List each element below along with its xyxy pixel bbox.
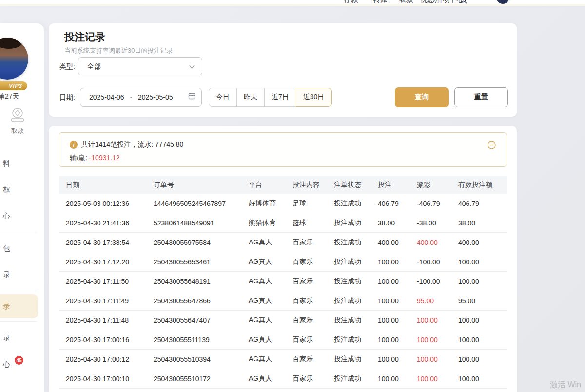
- date-end-value: 2025-05-05: [138, 93, 173, 101]
- table-row: 2025-04-30 17:00:12250430055510394AG真人百家…: [58, 350, 507, 369]
- info-icon: i: [70, 141, 78, 149]
- cell-content: 百家乐: [285, 374, 327, 383]
- table-row: 2025-04-30 17:00:16250430055511139AG真人百家…: [58, 330, 507, 350]
- calendar-icon: [188, 93, 195, 102]
- cell-platform: AG真人: [241, 316, 285, 325]
- cell-status: 投注成功: [327, 238, 370, 247]
- collapse-icon[interactable]: [488, 141, 496, 151]
- cell-valid_bet: 406.79: [451, 200, 507, 207]
- vip-level-badge: VIP3: [0, 81, 27, 90]
- type-select[interactable]: 全部: [78, 57, 202, 75]
- records-card: i 共计1414笔投注，流水: 77745.80 输/赢: -10931.12 …: [49, 126, 517, 392]
- cell-status: 投注成功: [327, 258, 370, 266]
- membership-day-text: 第27天: [0, 93, 20, 101]
- cell-bet: 100.00: [370, 297, 410, 305]
- cell-status: 投注成功: [327, 336, 370, 344]
- cell-order_no: 250430055975584: [146, 239, 241, 246]
- search-icon[interactable]: [460, 0, 467, 6]
- top-navigation-bar: 存款转账取款优惠活动中心: [0, 0, 585, 6]
- quick-range-button[interactable]: 近30日: [296, 88, 332, 107]
- cell-order_no: 250430055653461: [146, 258, 241, 266]
- cell-order_no: 250430055510394: [146, 355, 241, 363]
- query-button[interactable]: 查询: [395, 87, 448, 107]
- sidebar-item[interactable]: 录: [0, 325, 44, 351]
- cell-content: 百家乐: [285, 297, 327, 305]
- cell-bet: 38.00: [370, 219, 410, 227]
- cell-content: 篮球: [285, 219, 327, 227]
- cell-status: 投注成功: [327, 277, 370, 286]
- sidebar-withdraw[interactable]: 取款: [0, 106, 35, 135]
- sidebar-item[interactable]: 录: [0, 294, 38, 318]
- column-header: 投注内容: [285, 181, 327, 189]
- win-loss-value: -10931.12: [89, 154, 120, 162]
- table-row: 2025-04-30 21:41:365238061488549091熊猫体育篮…: [58, 213, 507, 233]
- cell-order_no: 1446496505245467897: [146, 200, 241, 207]
- cell-content: 百家乐: [285, 238, 327, 247]
- cell-content: 百家乐: [285, 355, 327, 364]
- cell-valid_bet: 100.00: [451, 258, 507, 266]
- cell-payout: 100.00: [410, 375, 451, 383]
- cell-date: 2025-04-30 17:00:12: [58, 355, 146, 363]
- sidebar-menu: 料权心包录录录心45: [0, 150, 44, 377]
- cell-platform: AG真人: [241, 297, 285, 305]
- cell-valid_bet: 100.00: [451, 278, 507, 285]
- cell-valid_bet: 100.00: [451, 336, 507, 344]
- cell-status: 投注成功: [327, 199, 370, 208]
- sidebar-item[interactable]: 料: [0, 150, 44, 176]
- quick-range-button[interactable]: 近7日: [264, 88, 296, 107]
- column-header: 派彩: [410, 181, 451, 189]
- column-header: 平台: [241, 181, 285, 189]
- table-row: 2025-04-30 17:11:48250430055647407AG真人百家…: [58, 311, 507, 330]
- cell-date: 2025-05-03 00:12:36: [58, 200, 146, 207]
- sidebar-item[interactable]: 录: [0, 261, 44, 288]
- cell-order_no: 250430055647407: [146, 317, 241, 324]
- sidebar-item-label: 录: [0, 270, 10, 280]
- topbar-user-avatar[interactable]: [496, 0, 509, 4]
- cell-date: 2025-04-30 17:12:20: [58, 258, 146, 266]
- cell-bet: 406.79: [370, 200, 410, 207]
- topnav-item[interactable]: 优惠活动中心: [420, 0, 464, 4]
- cell-order_no: 250430055647866: [146, 297, 241, 305]
- cell-valid_bet: 95.00: [451, 297, 507, 305]
- table-row: 2025-04-30 17:38:54250430055975584AG真人百家…: [58, 233, 507, 252]
- cell-platform: AG真人: [241, 355, 285, 364]
- sidebar-item[interactable]: 权: [0, 176, 44, 203]
- topnav-item[interactable]: 存款: [344, 0, 358, 4]
- sidebar-divider: [0, 291, 37, 291]
- column-header: 投注: [370, 181, 410, 189]
- cell-order_no: 250430055510172: [146, 375, 241, 383]
- withdraw-gem-icon: [9, 117, 26, 125]
- cell-platform: AG真人: [241, 258, 285, 266]
- sidebar-item[interactable]: 心: [0, 203, 44, 229]
- cell-date: 2025-04-30 17:38:54: [58, 239, 146, 246]
- cell-content: 百家乐: [285, 316, 327, 325]
- quick-range-group: 今日昨天近7日近30日: [209, 88, 332, 107]
- bet-records-table: 日期订单号平台投注内容注单状态投注派彩有效投注额 2025-05-03 00:1…: [58, 176, 507, 389]
- type-filter-label: 类型:: [59, 62, 75, 71]
- cell-content: 百家乐: [285, 258, 327, 266]
- cell-bet: 400.00: [370, 239, 410, 246]
- column-header: 订单号: [146, 181, 241, 189]
- topnav-item[interactable]: 取款: [399, 0, 413, 4]
- user-avatar[interactable]: [0, 38, 28, 80]
- date-separator: -: [130, 93, 132, 101]
- cell-valid_bet: 38.00: [451, 219, 507, 227]
- date-range-input[interactable]: 2025-04-06 - 2025-05-05: [80, 88, 202, 107]
- win-loss-line: 输/赢: -10931.12: [70, 154, 120, 163]
- quick-range-button[interactable]: 今日: [209, 88, 237, 107]
- column-header: 有效投注额: [451, 181, 507, 189]
- sidebar-item[interactable]: 心45: [0, 351, 44, 377]
- sidebar-divider: [0, 321, 37, 322]
- cell-payout: 95.00: [410, 297, 451, 305]
- topnav-item[interactable]: 转账: [373, 0, 388, 4]
- quick-range-button[interactable]: 昨天: [236, 88, 265, 107]
- cell-bet: 100.00: [370, 355, 410, 363]
- sidebar-item-label: 录: [0, 334, 10, 343]
- cell-platform: 好博体育: [241, 199, 285, 208]
- cell-platform: AG真人: [241, 336, 285, 344]
- sidebar-item-label: 包: [0, 244, 10, 253]
- sidebar-item[interactable]: 包: [0, 235, 44, 261]
- reset-button[interactable]: 重置: [454, 87, 508, 107]
- column-header: 日期: [58, 181, 146, 189]
- date-start-value: 2025-04-06: [89, 93, 124, 101]
